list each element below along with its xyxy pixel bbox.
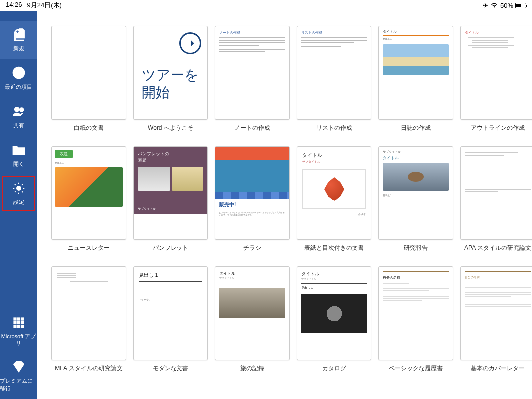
boat-image-icon (215, 147, 289, 192)
svg-rect-10 (21, 321, 24, 324)
template-thumbnail: 見出し 1 「引用文」 (133, 266, 208, 360)
template-thumbnail: サブタイトル タイトル 見出し1 (378, 146, 453, 240)
template-newsletter[interactable]: 表題 見出し1 ニュースレター (51, 146, 126, 252)
template-apa[interactable]: APA スタイルの研究論文 (460, 146, 532, 252)
new-doc-icon (11, 27, 26, 42)
template-label: リストの作成 (316, 124, 352, 132)
sidebar-label: プレミアムに移行 (0, 377, 37, 392)
sidebar-item-ms-apps[interactable]: Microsoft アプリ (0, 309, 37, 353)
svg-rect-13 (21, 325, 24, 328)
template-thumbnail: タイトル サブタイトル 作成者 (297, 146, 371, 240)
template-mla[interactable]: MLA スタイルの研究論文 (51, 266, 126, 373)
sidebar-item-open[interactable]: 開く (0, 136, 37, 175)
sidebar-label: 新規 (13, 45, 24, 52)
beach-image-icon (383, 44, 449, 75)
template-thumbnail: リストの作成 (297, 26, 371, 120)
template-thumbnail: タイトル 見出し1 (378, 26, 453, 120)
template-label: 表紙と目次付きの文書 (304, 244, 364, 252)
people-icon (11, 104, 26, 119)
template-brochure[interactable]: パンフレットの表題 サブタイトル パンフレット (133, 146, 208, 252)
template-thumbnail: 自分の名前 (460, 266, 532, 360)
template-label: 基本のカバーレター (471, 364, 525, 373)
sidebar-item-recent[interactable]: 最近の項目 (0, 59, 37, 98)
sidebar-item-shared[interactable]: 共有 (0, 98, 37, 136)
template-note[interactable]: ノートの作成 ノートの作成 (215, 26, 290, 132)
sidebar-label: 最近の項目 (5, 83, 32, 91)
template-catalog[interactable]: タイトル サブタイトル 見出し 1 カタログ (297, 266, 371, 373)
template-thumbnail: タイトル (460, 26, 532, 120)
arrow-right-icon (179, 32, 201, 54)
template-label: 白紙の文書 (74, 124, 104, 132)
sidebar-item-premium[interactable]: プレミアムに移行 (0, 353, 37, 399)
svg-point-4 (17, 186, 21, 190)
status-time: 14:26 (6, 1, 22, 10)
template-label: ノートの作成 (234, 124, 270, 132)
status-date: 9月24日(木) (27, 1, 62, 10)
template-label: ニュースレター (68, 244, 110, 252)
template-label: ベーシックな履歴書 (389, 364, 443, 373)
template-resume[interactable]: 自分の名前 ベーシックな履歴書 (378, 266, 453, 373)
template-thumbnail (51, 26, 126, 120)
sidebar: 新規 最近の項目 共有 開く 設定 Microsoft アプリ プレミアムに移行 (0, 11, 37, 399)
apps-grid-icon (11, 315, 26, 330)
template-label: MLA スタイルの研究論文 (55, 364, 122, 373)
template-cover-letter[interactable]: 自分の名前 基本のカバーレター (460, 266, 532, 373)
template-cover-toc[interactable]: タイトル サブタイトル 作成者 表紙と目次付きの文書 (297, 146, 371, 252)
template-label: 旅の記録 (240, 364, 264, 373)
svg-rect-7 (21, 318, 24, 320)
sidebar-item-new[interactable]: 新規 (0, 21, 37, 59)
template-gallery: 白紙の文書 ツアーを開始 Word へようこそ ノートの作成 ノートの作成 (37, 11, 532, 399)
svg-rect-8 (14, 321, 16, 324)
template-trip[interactable]: タイトル サブタイトル 旅の記録 (215, 266, 290, 373)
template-thumbnail: パンフレットの表題 サブタイトル (133, 146, 208, 240)
template-diary[interactable]: タイトル 見出し1 日誌の作成 (378, 26, 453, 132)
svg-rect-9 (17, 321, 20, 324)
svg-rect-5 (14, 318, 16, 320)
template-label: アウトラインの作成 (471, 124, 525, 132)
template-thumbnail: 表題 見出し1 (51, 146, 126, 240)
fruit-image-icon (55, 167, 123, 207)
template-flyer[interactable]: 販売中! [このテキストのような]プレースホルダー テキストをタップして入力する… (215, 146, 290, 252)
template-outline[interactable]: タイトル アウトラインの作成 (460, 26, 532, 132)
gear-icon (11, 181, 26, 196)
svg-point-2 (14, 107, 19, 112)
sidebar-label: 共有 (13, 122, 24, 129)
otter-image-icon (383, 163, 449, 191)
template-modern[interactable]: 見出し 1 「引用文」 モダンな文書 (133, 266, 208, 373)
template-thumbnail: 販売中! [このテキストのような]プレースホルダー テキストをタップして入力する… (215, 146, 290, 240)
svg-rect-6 (17, 318, 20, 320)
template-research[interactable]: サブタイトル タイトル 見出し1 研究報告 (378, 146, 453, 252)
camera-image-icon (301, 294, 367, 333)
template-thumbnail: タイトル サブタイトル (215, 266, 290, 360)
svg-point-3 (19, 108, 23, 112)
template-thumbnail (460, 146, 532, 240)
template-label: 日誌の作成 (401, 124, 431, 132)
template-blank[interactable]: 白紙の文書 (51, 26, 126, 132)
svg-rect-11 (14, 325, 16, 328)
folder-icon (11, 142, 26, 157)
wifi-icon (490, 2, 498, 8)
template-thumbnail (51, 266, 126, 360)
template-thumbnail: ノートの作成 (215, 26, 290, 120)
template-thumbnail: ツアーを開始 (133, 26, 208, 120)
leaf-image-icon (324, 177, 344, 201)
sidebar-label: 設定 (13, 199, 24, 206)
clock-icon (11, 65, 26, 80)
template-label: カタログ (322, 364, 346, 373)
sidebar-label: 開く (13, 160, 24, 168)
template-label: APA スタイルの研究論文 (464, 244, 531, 252)
sidebar-item-settings[interactable]: 設定 (0, 175, 37, 213)
diamond-icon (11, 359, 26, 374)
canyon-image-icon (219, 288, 285, 318)
template-welcome[interactable]: ツアーを開始 Word へようこそ (133, 26, 208, 132)
battery-percent: 50% (500, 2, 513, 9)
template-label: チラシ (243, 244, 261, 252)
template-list[interactable]: リストの作成 リストの作成 (297, 26, 371, 132)
status-bar: 14:26 9月24日(木) ✈ 50% (0, 0, 532, 11)
template-label: 研究報告 (404, 244, 428, 252)
airplane-icon: ✈ (483, 2, 488, 9)
battery-icon (515, 3, 526, 8)
template-label: モダンな文書 (153, 364, 188, 373)
template-label: パンフレット (153, 244, 188, 252)
template-thumbnail: タイトル サブタイトル 見出し 1 (297, 266, 371, 360)
